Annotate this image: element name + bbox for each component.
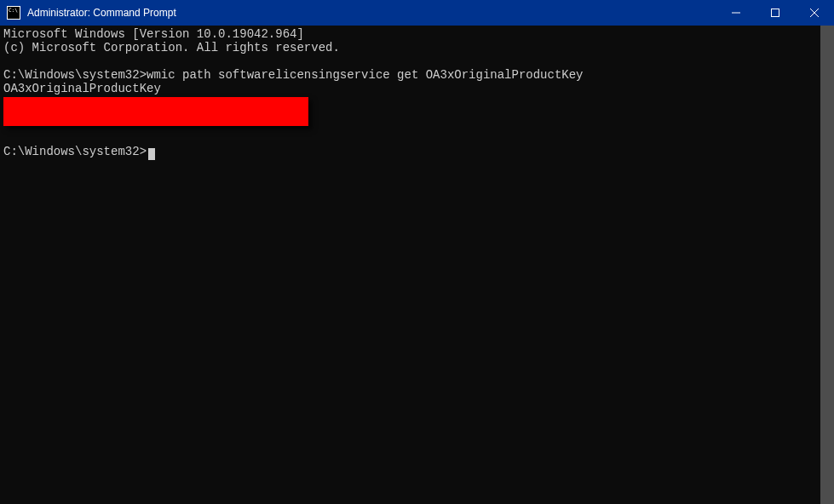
maximize-button[interactable] — [756, 0, 795, 26]
command-text-1: wmic path softwarelicensingservice get O… — [147, 68, 583, 82]
close-icon — [810, 9, 819, 17]
close-button[interactable] — [795, 0, 834, 26]
content-wrapper: Microsoft Windows [Version 10.0.19042.96… — [0, 26, 834, 504]
titlebar[interactable]: Administrator: Command Prompt — [0, 0, 834, 26]
command-line-1: C:\Windows\system32>wmic path softwareli… — [3, 68, 817, 82]
command-line-2: C:\Windows\system32> — [3, 145, 817, 158]
cursor — [148, 148, 155, 160]
prompt-2: C:\Windows\system32> — [3, 145, 147, 158]
minimize-icon — [732, 9, 740, 17]
output-header: OA3xOriginalProductKey — [3, 82, 817, 95]
version-line: Microsoft Windows [Version 10.0.19042.96… — [3, 27, 817, 41]
blank-line-2 — [3, 131, 817, 145]
minimize-button[interactable] — [716, 0, 756, 26]
scrollbar-thumb[interactable] — [820, 26, 834, 504]
redacted-product-key — [3, 97, 308, 126]
window-controls — [716, 0, 834, 26]
scrollbar[interactable] — [820, 26, 834, 504]
maximize-icon — [771, 9, 779, 17]
copyright-line: (c) Microsoft Corporation. All rights re… — [3, 41, 817, 54]
window-title: Administrator: Command Prompt — [26, 7, 716, 19]
blank-line — [3, 54, 817, 68]
command-prompt-window: Administrator: Command Prompt Microsoft … — [0, 0, 834, 504]
svg-rect-1 — [772, 9, 779, 17]
prompt-1: C:\Windows\system32> — [3, 68, 147, 82]
cmd-icon — [7, 6, 20, 20]
terminal-output[interactable]: Microsoft Windows [Version 10.0.19042.96… — [0, 26, 820, 504]
